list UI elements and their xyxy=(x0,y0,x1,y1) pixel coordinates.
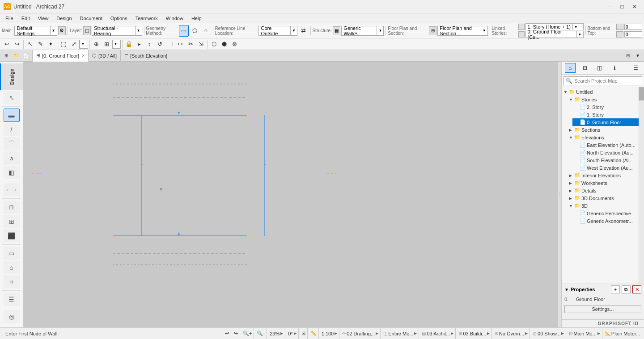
status-redo[interactable]: ↪ xyxy=(232,328,240,339)
scrollbar-thumb[interactable] xyxy=(639,87,644,100)
linked-story-2-icon[interactable] xyxy=(518,31,525,38)
tree-2nd-story[interactable]: 📄 2. Story xyxy=(572,103,639,111)
rp-more-btn[interactable]: ☰ xyxy=(630,63,641,73)
drawing-canvas[interactable]: ▼ × ▲ xyxy=(23,62,561,327)
lock-btn[interactable]: 🔒 xyxy=(124,39,134,49)
tool-door[interactable]: ⊓ xyxy=(4,201,20,214)
floorplan-dropdown[interactable]: Floor Plan and Section... ▼ xyxy=(437,26,487,36)
structure-dropdown[interactable]: Generic Wall/S... ▼ xyxy=(341,26,384,36)
tool-camera[interactable]: ◎ xyxy=(4,310,20,323)
status-ruler[interactable]: 📏 xyxy=(309,328,319,339)
tree-worksheets[interactable]: ▶ 📁 Worksheets xyxy=(567,179,639,187)
rp-info-btn[interactable]: ℹ xyxy=(609,63,620,73)
top-value-input[interactable] xyxy=(624,31,642,38)
trim-btn[interactable]: ✂ xyxy=(186,39,195,49)
tree-stories[interactable]: ▼ 📁 Stories xyxy=(567,96,639,103)
tool-object[interactable]: ⬛ xyxy=(4,229,20,243)
tree-root-untitled[interactable]: ▼ 📁 Untitled xyxy=(562,88,639,96)
tree-north-elev[interactable]: 📄 North Elevation (Au... xyxy=(572,149,639,156)
menu-options[interactable]: Options xyxy=(107,15,131,22)
rotate-btn[interactable]: ↺ xyxy=(155,39,165,49)
menu-view[interactable]: View xyxy=(34,15,52,22)
floorplan-icon[interactable]: ⊞ xyxy=(429,26,437,35)
properties-add-btn[interactable]: + xyxy=(611,285,620,293)
refline-dropdown[interactable]: Core Outside ▼ xyxy=(258,26,297,36)
status-pen7[interactable]: ⊡ Main Mo... ▶ xyxy=(567,328,602,339)
minimize-button[interactable]: — xyxy=(604,2,615,11)
tab-ground-floor-close[interactable]: × xyxy=(82,53,85,58)
arrow-tool[interactable]: ↖ xyxy=(25,39,35,49)
tree-1st-story[interactable]: 📄 1. Story xyxy=(572,111,639,118)
tool-stair[interactable]: ☰ xyxy=(4,293,20,306)
tree-3d[interactable]: ▼ 📁 3D xyxy=(567,202,639,209)
tab-south-elevation[interactable]: ⊏ [South Elevation] xyxy=(121,50,171,62)
status-pen8[interactable]: 📐 Plain Meter... xyxy=(603,328,642,339)
pencil-tool[interactable]: ✎ xyxy=(35,39,45,49)
tab-folder[interactable]: 📁 xyxy=(12,51,21,60)
lock2-btn[interactable]: ⊗ xyxy=(229,39,239,49)
tool-line[interactable]: / xyxy=(4,123,20,136)
canvas-resize-handle[interactable]: · · · xyxy=(558,62,561,327)
tool-window[interactable]: ⊞ xyxy=(4,215,20,228)
guide-btn[interactable]: ⊞ xyxy=(102,39,111,49)
status-rotation[interactable]: 0° ▶ xyxy=(286,328,299,339)
tree-interior-elevs[interactable]: ▶ 📁 Interior Elevations xyxy=(567,172,639,179)
rp-layout-btn[interactable]: ⊟ xyxy=(580,63,590,73)
tree-south-elev[interactable]: 📄 South Elevation (Al... xyxy=(572,156,639,164)
tab-ground-floor[interactable]: ⊞ [0. Ground Floor] × xyxy=(33,50,89,62)
status-pen3[interactable]: ▤ 03 Archit... ▶ xyxy=(420,328,456,339)
menu-teamwork[interactable]: Teamwork xyxy=(132,15,161,22)
bottom-value-input[interactable] xyxy=(624,24,642,30)
resize-btn[interactable]: ⇲ xyxy=(196,39,206,49)
structure-icon[interactable]: ▦ xyxy=(333,26,341,35)
linked-story-2-dropdown[interactable]: 0. Ground Floor (Cu... ▼ xyxy=(525,31,584,38)
linked-story-1-icon[interactable] xyxy=(518,24,525,30)
undo-btn[interactable]: ↩ xyxy=(2,39,12,49)
tool-mesh[interactable]: ⌗ xyxy=(4,275,20,289)
guide-dropdown[interactable]: ▼ xyxy=(112,40,121,49)
snap-btn[interactable]: ⊕ xyxy=(91,39,101,49)
tab-more[interactable]: ▼ xyxy=(633,51,642,60)
tree-sections[interactable]: ▶ 📁 Sections xyxy=(567,126,639,134)
maximize-button[interactable]: □ xyxy=(616,2,628,11)
tree-generic-axono[interactable]: 📄 Generic Axonometr... xyxy=(572,217,639,225)
rp-home-btn[interactable]: ⌂ xyxy=(565,63,576,73)
tool-wall[interactable]: ▬ xyxy=(4,109,20,122)
menu-edit[interactable]: Edit xyxy=(18,15,34,22)
menu-file[interactable]: File xyxy=(2,15,17,22)
menu-design[interactable]: Design xyxy=(53,15,75,22)
status-undo[interactable]: ↩ xyxy=(223,328,231,339)
properties-delete-btn[interactable]: ✕ xyxy=(632,285,641,293)
window-controls[interactable]: — □ ✕ xyxy=(604,2,640,11)
tree-3d-docs[interactable]: ▶ 📁 3D Documents xyxy=(567,194,639,202)
tree-east-elev[interactable]: 📄 East Elevation (Auto... xyxy=(572,141,639,149)
search-input[interactable] xyxy=(574,78,640,84)
tree-scrollbar[interactable] xyxy=(639,87,644,284)
properties-settings-btn[interactable]: Settings... xyxy=(564,305,641,313)
tree-west-elev[interactable]: 📄 West Elevation (Au... xyxy=(572,164,639,172)
marquee-dropdown[interactable]: ▼ xyxy=(79,40,88,49)
eyedrop-btn[interactable]: ▸ xyxy=(134,39,144,49)
refline-swap-btn[interactable]: ⇄ xyxy=(298,25,309,37)
magic-wand-tool[interactable]: ✦ xyxy=(46,39,55,49)
status-zoom-in[interactable]: 🔍+ xyxy=(241,328,254,339)
menu-window[interactable]: Window xyxy=(162,15,187,22)
menu-document[interactable]: Document xyxy=(76,15,106,22)
tool-fill[interactable]: ◧ xyxy=(4,166,20,179)
geometry-rect-btn[interactable]: ▭ xyxy=(179,25,189,37)
ungroup-btn[interactable]: ⬢ xyxy=(219,39,229,49)
status-pen1[interactable]: ✏ 02 Drafting... ▶ xyxy=(340,328,381,339)
status-zoom-out[interactable]: 🔍- xyxy=(255,328,267,339)
status-pen6[interactable]: ◎ 00 Show... ▶ xyxy=(531,328,566,339)
geometry-poly-btn[interactable]: ⬠ xyxy=(190,25,200,37)
group-btn[interactable]: ⬡ xyxy=(209,39,219,49)
status-snap[interactable]: ⊡ xyxy=(300,328,308,339)
tab-grid-view[interactable]: ⊞ xyxy=(2,51,11,60)
menu-help[interactable]: Help xyxy=(188,15,205,22)
mirror-btn[interactable]: ⊣ xyxy=(165,39,175,49)
design-label[interactable]: Design xyxy=(0,63,23,90)
status-zoom-level[interactable]: 23% ▶ xyxy=(268,328,285,339)
marquee-tool[interactable]: ⬚ xyxy=(59,39,68,49)
close-button[interactable]: ✕ xyxy=(629,2,640,11)
tree-ground-floor[interactable]: 📄 0. Ground Floor xyxy=(572,118,639,126)
